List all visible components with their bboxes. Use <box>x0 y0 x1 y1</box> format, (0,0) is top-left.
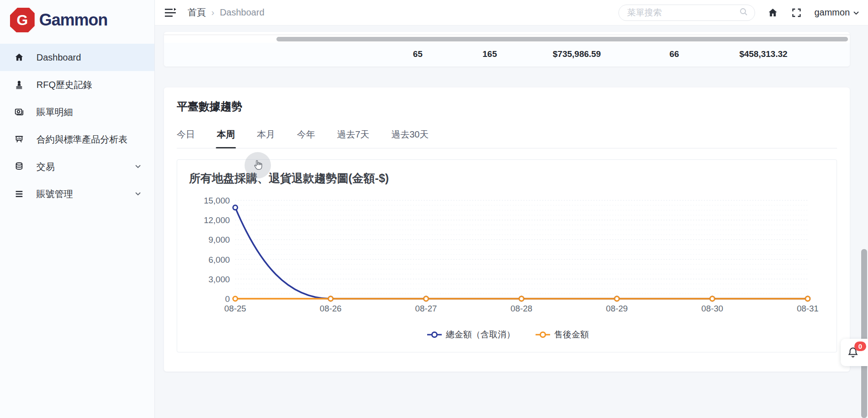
sidebar-item-contract-analysis[interactable]: 合約與標準產品分析表 <box>0 126 154 153</box>
data-point-marker <box>806 296 810 301</box>
chart-legend: 總金額（含取消） 售後金額 <box>189 329 827 341</box>
y-tick-label: 3,000 <box>209 275 230 284</box>
platform-trend-card: 平臺數據趨勢 今日 本周 本月 今年 過去7天 過去30天 所有地盘採購、退貨退… <box>164 87 850 372</box>
sidebar-item-account-management[interactable]: 賬號管理 <box>0 180 154 208</box>
x-tick-label: 08-28 <box>511 304 532 313</box>
home-icon[interactable] <box>767 7 779 19</box>
sidebar-item-label: Dashboard <box>36 52 142 63</box>
sidebar-item-label: RFQ歷史記錄 <box>36 79 142 91</box>
gammon-logo-icon: G <box>10 8 35 32</box>
notification-widget[interactable]: 0 <box>841 339 868 366</box>
line-chart[interactable]: 03,0006,0009,00012,00015,00008-2508-2608… <box>189 193 827 327</box>
chart-title: 所有地盘採購、退貨退款趨勢圖(金額-$) <box>189 171 827 186</box>
data-point-marker <box>615 296 619 301</box>
table-cell: $735,986.59 <box>553 49 601 59</box>
top-header: 首頁 › Dashboard gammon <box>155 0 868 25</box>
username: gammon <box>814 7 850 18</box>
tab-today[interactable]: 今日 <box>177 128 195 142</box>
y-tick-label: 9,000 <box>209 235 230 245</box>
x-tick-label: 08-27 <box>415 304 437 313</box>
logo[interactable]: G Gammon <box>0 0 154 40</box>
trend-chart-card: 所有地盘採購、退貨退款趨勢圖(金額-$) 03,0006,0009,00012,… <box>177 159 837 352</box>
horizontal-scrollbar-thumb[interactable] <box>276 37 848 41</box>
analysis-board-icon <box>14 134 25 145</box>
legend-marker-orange <box>535 331 551 338</box>
sidebar-item-dashboard[interactable]: Dashboard <box>0 44 154 71</box>
tab-this-year[interactable]: 今年 <box>297 128 315 142</box>
table-cell: 165 <box>482 49 497 59</box>
chevron-down-icon <box>134 162 142 172</box>
breadcrumb-home[interactable]: 首頁 <box>188 6 206 19</box>
data-point-marker <box>424 296 429 301</box>
legend-marker-blue <box>427 331 442 338</box>
tab-last-7-days[interactable]: 過去7天 <box>337 128 369 142</box>
data-point-marker <box>519 296 524 301</box>
stamp-icon <box>14 79 25 90</box>
menu-fold-icon[interactable] <box>164 7 177 18</box>
x-tick-label: 08-29 <box>606 304 628 313</box>
search-icon[interactable] <box>739 7 748 18</box>
tab-last-30-days[interactable]: 過去30天 <box>391 128 429 142</box>
sidebar-item-label: 賬號管理 <box>36 188 134 200</box>
logo-text: Gammon <box>39 10 107 30</box>
notification-badge: 0 <box>854 342 866 351</box>
sidebar-nav: Dashboard RFQ歷史記錄 賬單明細 合約與標準產品分析表 交易 <box>0 40 154 208</box>
main-content: 65 165 $735,986.59 66 $458,313.32 平臺數據趨勢… <box>155 25 868 418</box>
legend-item-aftersale[interactable]: 售後金額 <box>535 329 589 341</box>
chevron-down-icon <box>134 189 142 199</box>
vertical-scrollbar-thumb[interactable] <box>861 249 867 418</box>
sidebar-item-rfq-history[interactable]: RFQ歷史記錄 <box>0 71 154 98</box>
legend-label: 總金額（含取消） <box>446 329 515 341</box>
sidebar-item-bill-details[interactable]: 賬單明細 <box>0 98 154 126</box>
database-icon <box>14 161 25 172</box>
home-icon <box>14 52 25 63</box>
table-border <box>164 35 850 35</box>
menu-search-box[interactable] <box>618 5 755 21</box>
billing-card-icon <box>14 107 25 117</box>
summary-table-card: 65 165 $735,986.59 66 $458,313.32 <box>164 32 850 66</box>
legend-label: 售後金額 <box>554 329 589 341</box>
series-line <box>235 208 808 299</box>
data-point-marker <box>233 296 238 301</box>
period-tabs: 今日 本周 本月 今年 過去7天 過去30天 <box>177 128 837 148</box>
table-cell: $458,313.32 <box>739 49 787 59</box>
x-tick-label: 08-30 <box>701 304 723 313</box>
tab-this-month[interactable]: 本月 <box>257 128 275 142</box>
data-point-marker <box>233 205 238 210</box>
y-tick-label: 15,000 <box>204 196 230 205</box>
y-tick-label: 6,000 <box>209 255 230 264</box>
breadcrumb-separator: › <box>211 7 214 18</box>
list-icon <box>14 189 25 199</box>
sidebar: G Gammon Dashboard RFQ歷史記錄 賬單明細 合約與標準產品 <box>0 0 155 418</box>
sidebar-item-label: 賬單明細 <box>36 106 142 118</box>
chevron-down-icon <box>853 9 860 16</box>
data-point-marker <box>710 296 715 301</box>
table-row[interactable]: 65 165 $735,986.59 66 $458,313.32 <box>164 43 850 66</box>
breadcrumb-current: Dashboard <box>220 7 265 18</box>
fullscreen-icon[interactable] <box>791 7 802 19</box>
horizontal-scrollbar[interactable] <box>164 36 850 42</box>
sidebar-item-label: 合約與標準產品分析表 <box>36 133 142 146</box>
sidebar-item-label: 交易 <box>36 161 134 173</box>
legend-item-total[interactable]: 總金額（含取消） <box>427 329 515 341</box>
trend-chart-svg[interactable]: 03,0006,0009,00012,00015,00008-2508-2608… <box>189 193 827 325</box>
x-tick-label: 08-31 <box>797 304 819 313</box>
breadcrumb: 首頁 › Dashboard <box>188 6 265 19</box>
user-menu[interactable]: gammon <box>814 7 860 18</box>
x-tick-label: 08-25 <box>225 304 246 313</box>
y-tick-label: 12,000 <box>204 215 230 225</box>
sidebar-item-transactions[interactable]: 交易 <box>0 153 154 180</box>
table-cell: 66 <box>669 49 679 59</box>
tab-this-week[interactable]: 本周 <box>217 128 235 142</box>
table-cell: 65 <box>413 49 423 59</box>
search-input[interactable] <box>627 8 739 18</box>
data-point-marker <box>328 296 333 301</box>
card-title: 平臺數據趨勢 <box>177 99 837 114</box>
y-tick-label: 0 <box>225 294 230 304</box>
x-tick-label: 08-26 <box>320 304 342 313</box>
